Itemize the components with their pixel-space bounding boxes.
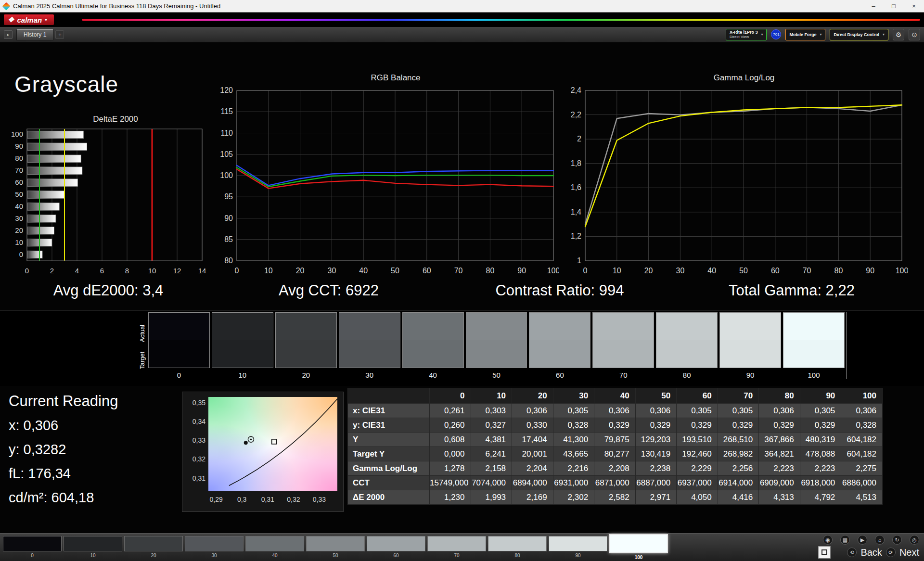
add-tab-button[interactable]: +: [55, 30, 64, 39]
table-cell: 0,305: [677, 404, 718, 418]
tab-history-1[interactable]: History 1: [16, 29, 53, 40]
swatch-actual: [656, 313, 717, 340]
pattern-control-bar: 0102030405060708090100 ◉▦▶⌂↻◎ ⟲ Back ⟳ N…: [0, 533, 924, 561]
patch-label: 20: [124, 553, 183, 558]
svg-text:0,33: 0,33: [192, 436, 205, 444]
patch-label: 40: [245, 553, 304, 558]
table-row-label: x: CIE31: [348, 404, 430, 418]
power-icon[interactable]: ⊙: [909, 29, 920, 40]
pattern-patch-70[interactable]: 70: [427, 536, 486, 560]
table-row-label: Y: [348, 433, 430, 447]
meter-mode: Direct View: [730, 35, 758, 39]
swatch-row: 0102030405060708090100: [148, 312, 847, 379]
target-icon[interactable]: ◎: [910, 535, 919, 545]
pattern-patch-90[interactable]: 90: [549, 536, 607, 560]
current-reading-title: Current Reading: [9, 393, 118, 410]
swatch-target: [339, 340, 400, 368]
table-cell: 0,330: [512, 418, 553, 433]
svg-text:60: 60: [423, 267, 431, 275]
table-cell: 2,204: [512, 461, 553, 476]
pattern-patch-30[interactable]: 30: [185, 536, 244, 560]
grid-icon[interactable]: ▦: [840, 535, 850, 545]
svg-text:0: 0: [19, 250, 23, 258]
gamma-chart: Gamma Log/Log 11,21,41,61,822,22,4010203…: [563, 73, 908, 284]
table-cell: 41,300: [553, 433, 594, 447]
page-title: Grayscale: [14, 71, 118, 97]
pattern-patch-20[interactable]: 20: [124, 536, 183, 560]
table-cell: 0,305: [800, 404, 841, 418]
grayscale-swatch-strip: Actual Target 0102030405060708090100: [0, 310, 924, 386]
snapshot-icon[interactable]: ◉: [823, 535, 833, 545]
pattern-patch-50[interactable]: 50: [306, 536, 365, 560]
meter-dropdown[interactable]: X-Rite i1Pro 3 Direct View ▾: [726, 29, 767, 40]
play-icon[interactable]: ▶: [858, 535, 867, 545]
swatch-label: 10: [212, 371, 273, 379]
table-cell: 2,216: [553, 461, 594, 476]
table-cell: 2,229: [677, 461, 718, 476]
source-dropdown[interactable]: Mobile Forge ▾: [785, 29, 825, 40]
collapse-panel-button[interactable]: ▸: [4, 30, 13, 39]
back-button[interactable]: Back: [860, 547, 882, 558]
swatch-label: 30: [339, 371, 400, 379]
svg-text:90: 90: [866, 267, 874, 275]
svg-text:0,34: 0,34: [192, 418, 205, 425]
table-cell: 0,303: [471, 404, 512, 418]
contrast-ratio-stat: Contrast Ratio: 994: [495, 282, 624, 299]
swatch-label: 100: [783, 371, 845, 379]
pattern-patch-10[interactable]: 10: [64, 536, 122, 560]
table-cell: 6886,000: [841, 476, 883, 490]
pattern-window-icon: [821, 549, 827, 555]
swatch-actual: [720, 313, 781, 340]
pattern-patch-60[interactable]: 60: [367, 536, 425, 560]
next-icon[interactable]: ⟳: [886, 548, 896, 557]
table-cell: 0,260: [430, 418, 471, 433]
table-cell: 2,971: [635, 490, 677, 505]
svg-text:40: 40: [707, 267, 716, 275]
table-cell: 2,302: [553, 490, 594, 505]
svg-text:2: 2: [50, 267, 54, 275]
swatch-label: 80: [656, 371, 718, 379]
swatch-target: [403, 340, 463, 368]
svg-text:90: 90: [517, 267, 526, 275]
gear-icon[interactable]: ⚙: [893, 29, 904, 40]
pattern-patch-0[interactable]: 0: [3, 536, 62, 560]
chevron-down-icon: ▾: [45, 17, 47, 22]
home-icon[interactable]: ⌂: [875, 535, 885, 545]
svg-text:100: 100: [547, 267, 559, 275]
svg-text:60: 60: [15, 178, 23, 186]
svg-text:80: 80: [224, 256, 233, 265]
pattern-window-button[interactable]: [818, 546, 831, 559]
back-icon[interactable]: ⟲: [847, 548, 857, 557]
table-row: x: CIE310,2610,3030,3060,3050,3060,3060,…: [348, 404, 883, 418]
display-control-dropdown[interactable]: Direct Display Control ▾: [830, 29, 888, 40]
deltae-chart-title: DeltaE 2000: [6, 115, 208, 126]
patch-label: 30: [185, 553, 244, 558]
svg-text:0,31: 0,31: [192, 474, 205, 482]
table-cell: 268,510: [718, 433, 759, 447]
table-cell: 0,329: [718, 418, 759, 433]
calman-logo-menu[interactable]: ❖calman▾: [4, 14, 54, 25]
current-reading-line: x: 0,306: [9, 418, 94, 434]
maximize-button[interactable]: □: [884, 0, 904, 12]
gamma-chart-title: Gamma Log/Log: [563, 73, 908, 85]
pattern-patch-40[interactable]: 40: [245, 536, 304, 560]
table-cell: 4,792: [800, 490, 841, 505]
pattern-patch-80[interactable]: 80: [488, 536, 547, 560]
table-cell: 0,328: [553, 418, 594, 433]
swatch-actual: [276, 313, 336, 340]
table-col-header: 80: [759, 388, 800, 404]
svg-text:0: 0: [583, 267, 588, 275]
table-cell: 0,327: [471, 418, 512, 433]
pattern-patch-100[interactable]: 100: [609, 536, 668, 560]
swatch-label: 0: [148, 371, 210, 379]
refresh-icon[interactable]: ↻: [892, 535, 902, 545]
table-cell: 130,419: [635, 447, 677, 461]
table-cell: 0,329: [635, 418, 677, 433]
grayscale-swatch-30: 30: [339, 312, 400, 379]
svg-text:90: 90: [15, 142, 23, 150]
minimize-button[interactable]: –: [863, 0, 884, 12]
next-button[interactable]: Next: [899, 547, 919, 558]
rgb-balance-chart: RGB Balance 8085909510010511011512001020…: [215, 73, 559, 284]
close-button[interactable]: ×: [904, 0, 924, 12]
svg-text:0,29: 0,29: [209, 496, 222, 503]
